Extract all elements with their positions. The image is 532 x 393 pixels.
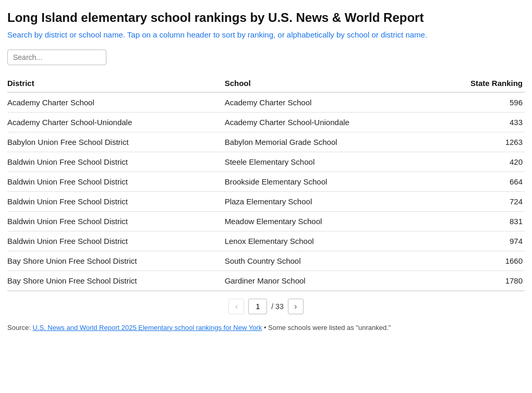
cell-district: Baldwin Union Free School District xyxy=(7,152,225,171)
page-subtitle: Search by district or school name. Tap o… xyxy=(7,29,525,41)
cell-school: Steele Elementary School xyxy=(225,152,442,171)
cell-district: Academy Charter School xyxy=(7,92,225,113)
table-row: Baldwin Union Free School DistrictPlaza … xyxy=(7,191,525,211)
cell-school: Babylon Memorial Grade School xyxy=(225,132,442,152)
cell-ranking: 596 xyxy=(442,92,525,113)
cell-ranking: 420 xyxy=(442,152,525,171)
column-header-ranking[interactable]: State Ranking xyxy=(442,75,525,92)
cell-school: Lenox Elementary School xyxy=(225,231,442,251)
table-row: Baldwin Union Free School DistrictLenox … xyxy=(7,231,525,251)
table-row: Baldwin Union Free School DistrictBrooks… xyxy=(7,171,525,191)
cell-district: Baldwin Union Free School District xyxy=(7,211,225,231)
cell-ranking: 974 xyxy=(442,231,525,251)
page-title: Long Island elementary school rankings b… xyxy=(7,10,525,25)
rankings-table: District School State Ranking Academy Ch… xyxy=(7,75,525,291)
next-page-button[interactable]: › xyxy=(288,299,304,314)
cell-school: Meadow Elementary School xyxy=(225,211,442,231)
cell-ranking: 831 xyxy=(442,211,525,231)
cell-ranking: 664 xyxy=(442,171,525,191)
search-wrapper xyxy=(7,50,525,65)
source-info: Source: U.S. News and World Report 2025 … xyxy=(7,320,525,331)
cell-ranking: 724 xyxy=(442,191,525,211)
cell-district: Baldwin Union Free School District xyxy=(7,191,225,211)
table-row: Bay Shore Union Free School DistrictSout… xyxy=(7,251,525,271)
cell-school: Gardiner Manor School xyxy=(225,271,442,290)
table-row: Baldwin Union Free School DistrictMeadow… xyxy=(7,211,525,231)
cell-district: Bay Shore Union Free School District xyxy=(7,271,225,290)
table-row: Baldwin Union Free School DistrictSteele… xyxy=(7,152,525,171)
cell-school: Plaza Elementary School xyxy=(225,191,442,211)
cell-district: Baldwin Union Free School District xyxy=(7,171,225,191)
current-page-input[interactable] xyxy=(248,299,267,314)
cell-district: Bay Shore Union Free School District xyxy=(7,251,225,271)
cell-district: Babylon Union Free School District xyxy=(7,132,225,152)
cell-ranking: 1780 xyxy=(442,271,525,290)
source-link[interactable]: U.S. News and World Report 2025 Elementa… xyxy=(32,324,262,331)
column-header-district[interactable]: District xyxy=(7,75,225,92)
cell-school: South Country School xyxy=(225,251,442,271)
cell-ranking: 1660 xyxy=(442,251,525,271)
cell-school: Academy Charter School xyxy=(225,92,442,113)
cell-ranking: 433 xyxy=(442,112,525,132)
cell-district: Academy Charter School-Uniondale xyxy=(7,112,225,132)
search-input[interactable] xyxy=(7,50,106,65)
source-prefix: Source: xyxy=(7,324,31,331)
prev-page-button[interactable]: ‹ xyxy=(228,299,244,314)
table-header: District School State Ranking xyxy=(7,75,525,92)
table-row: Bay Shore Union Free School DistrictGard… xyxy=(7,271,525,290)
total-pages: / 33 xyxy=(271,302,283,311)
table-body: Academy Charter SchoolAcademy Charter Sc… xyxy=(7,92,525,291)
source-suffix: • Some schools were listed as "unranked.… xyxy=(264,324,391,331)
table-row: Academy Charter SchoolAcademy Charter Sc… xyxy=(7,92,525,113)
cell-district: Baldwin Union Free School District xyxy=(7,231,225,251)
table-row: Babylon Union Free School DistrictBabylo… xyxy=(7,132,525,152)
cell-school: Brookside Elementary School xyxy=(225,171,442,191)
column-header-school[interactable]: School xyxy=(225,75,442,92)
cell-school: Academy Charter School-Uniondale xyxy=(225,112,442,132)
table-row: Academy Charter School-UniondaleAcademy … xyxy=(7,112,525,132)
pagination: ‹ / 33 › xyxy=(7,291,525,320)
cell-ranking: 1263 xyxy=(442,132,525,152)
